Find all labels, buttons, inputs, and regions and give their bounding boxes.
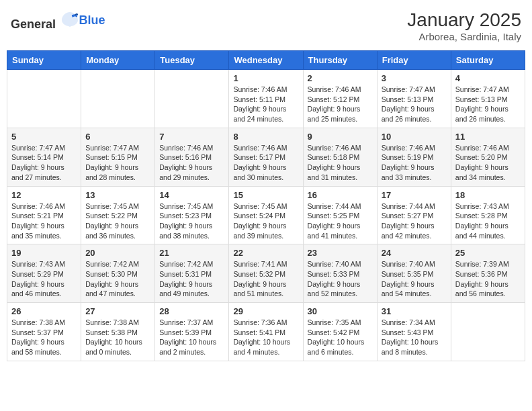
logo: General Blue [11,9,105,32]
day-number: 18 [455,190,521,200]
calendar-cell: 18Sunrise: 7:43 AM Sunset: 5:28 PM Dayli… [451,186,525,244]
day-info: Sunrise: 7:40 AM Sunset: 5:35 PM Dayligh… [382,259,447,299]
day-number: 4 [455,73,521,83]
calendar-cell: 19Sunrise: 7:43 AM Sunset: 5:29 PM Dayli… [7,244,81,303]
day-info: Sunrise: 7:47 AM Sunset: 5:15 PM Dayligh… [85,143,150,183]
day-info: Sunrise: 7:47 AM Sunset: 5:13 PM Dayligh… [455,85,521,124]
day-number: 9 [308,132,373,142]
location-title: Arborea, Sardinia, Italy [407,31,521,42]
day-info: Sunrise: 7:34 AM Sunset: 5:43 PM Dayligh… [382,318,447,357]
logo-text-blue: Blue [79,13,105,27]
calendar-cell: 27Sunrise: 7:38 AM Sunset: 5:38 PM Dayli… [81,303,155,361]
day-number: 20 [85,248,150,258]
day-info: Sunrise: 7:46 AM Sunset: 5:16 PM Dayligh… [159,143,224,183]
day-info: Sunrise: 7:36 AM Sunset: 5:41 PM Dayligh… [233,318,298,357]
weekday-header-friday: Friday [377,51,451,70]
day-number: 16 [308,190,373,200]
calendar-cell: 17Sunrise: 7:44 AM Sunset: 5:27 PM Dayli… [377,186,451,244]
day-number: 6 [85,132,150,142]
day-info: Sunrise: 7:40 AM Sunset: 5:33 PM Dayligh… [308,259,373,299]
day-number: 2 [308,73,373,83]
calendar-cell: 23Sunrise: 7:40 AM Sunset: 5:33 PM Dayli… [303,244,377,303]
calendar-cell: 3Sunrise: 7:47 AM Sunset: 5:13 PM Daylig… [377,70,451,128]
weekday-header-tuesday: Tuesday [155,51,229,70]
day-number: 8 [233,132,298,142]
day-number: 17 [382,190,447,200]
day-info: Sunrise: 7:46 AM Sunset: 5:18 PM Dayligh… [308,143,373,183]
month-title: January 2025 [407,9,521,31]
day-info: Sunrise: 7:42 AM Sunset: 5:30 PM Dayligh… [85,259,150,299]
weekday-header-sunday: Sunday [7,51,81,70]
day-info: Sunrise: 7:38 AM Sunset: 5:38 PM Dayligh… [85,318,150,357]
calendar-cell: 1Sunrise: 7:46 AM Sunset: 5:11 PM Daylig… [229,70,303,128]
calendar-cell: 26Sunrise: 7:38 AM Sunset: 5:37 PM Dayli… [7,303,81,361]
calendar-cell: 31Sunrise: 7:34 AM Sunset: 5:43 PM Dayli… [377,303,451,361]
day-number: 30 [308,306,373,316]
day-info: Sunrise: 7:46 AM Sunset: 5:21 PM Dayligh… [11,201,77,241]
calendar-cell: 30Sunrise: 7:35 AM Sunset: 5:42 PM Dayli… [303,303,377,361]
logo-bird-icon [60,9,79,28]
day-info: Sunrise: 7:45 AM Sunset: 5:22 PM Dayligh… [85,201,150,241]
calendar-cell: 8Sunrise: 7:46 AM Sunset: 5:17 PM Daylig… [229,128,303,186]
calendar-cell: 22Sunrise: 7:41 AM Sunset: 5:32 PM Dayli… [229,244,303,303]
calendar-cell [155,70,229,128]
day-info: Sunrise: 7:37 AM Sunset: 5:39 PM Dayligh… [159,318,224,357]
weekday-header-thursday: Thursday [303,51,377,70]
day-number: 5 [11,132,77,142]
day-info: Sunrise: 7:45 AM Sunset: 5:23 PM Dayligh… [159,201,224,241]
calendar-cell: 14Sunrise: 7:45 AM Sunset: 5:23 PM Dayli… [155,186,229,244]
day-info: Sunrise: 7:42 AM Sunset: 5:31 PM Dayligh… [159,259,224,299]
day-info: Sunrise: 7:43 AM Sunset: 5:28 PM Dayligh… [455,201,521,241]
day-info: Sunrise: 7:47 AM Sunset: 5:14 PM Dayligh… [11,143,77,183]
calendar-cell: 10Sunrise: 7:46 AM Sunset: 5:19 PM Dayli… [377,128,451,186]
calendar-cell [451,303,525,361]
day-number: 19 [11,248,77,258]
day-info: Sunrise: 7:45 AM Sunset: 5:24 PM Dayligh… [233,201,298,241]
day-info: Sunrise: 7:46 AM Sunset: 5:17 PM Dayligh… [233,143,298,183]
logo-text-general: General [11,17,56,31]
day-number: 26 [11,306,77,316]
day-number: 11 [455,132,521,142]
day-info: Sunrise: 7:47 AM Sunset: 5:13 PM Dayligh… [382,85,447,124]
weekday-header-wednesday: Wednesday [229,51,303,70]
day-info: Sunrise: 7:46 AM Sunset: 5:11 PM Dayligh… [233,85,298,124]
day-number: 29 [233,306,298,316]
day-number: 31 [382,306,447,316]
day-number: 12 [11,190,77,200]
calendar-cell: 24Sunrise: 7:40 AM Sunset: 5:35 PM Dayli… [377,244,451,303]
day-number: 15 [233,190,298,200]
day-number: 27 [85,306,150,316]
calendar-week-row: 19Sunrise: 7:43 AM Sunset: 5:29 PM Dayli… [7,244,525,303]
calendar-cell [7,70,81,128]
day-info: Sunrise: 7:46 AM Sunset: 5:12 PM Dayligh… [308,85,373,124]
day-info: Sunrise: 7:38 AM Sunset: 5:37 PM Dayligh… [11,318,77,357]
calendar-table: SundayMondayTuesdayWednesdayThursdayFrid… [7,50,525,361]
day-number: 13 [85,190,150,200]
day-number: 25 [455,248,521,258]
calendar-cell [81,70,155,128]
calendar-cell: 29Sunrise: 7:36 AM Sunset: 5:41 PM Dayli… [229,303,303,361]
calendar-cell: 15Sunrise: 7:45 AM Sunset: 5:24 PM Dayli… [229,186,303,244]
day-number: 7 [159,132,224,142]
page-header: General Blue January 2025 Arborea, Sardi… [7,7,525,45]
day-number: 1 [233,73,298,83]
calendar-week-row: 5Sunrise: 7:47 AM Sunset: 5:14 PM Daylig… [7,128,525,186]
calendar-cell: 7Sunrise: 7:46 AM Sunset: 5:16 PM Daylig… [155,128,229,186]
calendar-cell: 5Sunrise: 7:47 AM Sunset: 5:14 PM Daylig… [7,128,81,186]
calendar-cell: 12Sunrise: 7:46 AM Sunset: 5:21 PM Dayli… [7,186,81,244]
day-info: Sunrise: 7:39 AM Sunset: 5:36 PM Dayligh… [455,259,521,299]
calendar-cell: 2Sunrise: 7:46 AM Sunset: 5:12 PM Daylig… [303,70,377,128]
title-block: January 2025 Arborea, Sardinia, Italy [407,9,521,42]
calendar-cell: 4Sunrise: 7:47 AM Sunset: 5:13 PM Daylig… [451,70,525,128]
calendar-cell: 20Sunrise: 7:42 AM Sunset: 5:30 PM Dayli… [81,244,155,303]
calendar-week-row: 26Sunrise: 7:38 AM Sunset: 5:37 PM Dayli… [7,303,525,361]
calendar-week-row: 1Sunrise: 7:46 AM Sunset: 5:11 PM Daylig… [7,70,525,128]
day-info: Sunrise: 7:46 AM Sunset: 5:19 PM Dayligh… [382,143,447,183]
calendar-cell: 13Sunrise: 7:45 AM Sunset: 5:22 PM Dayli… [81,186,155,244]
day-number: 10 [382,132,447,142]
day-info: Sunrise: 7:44 AM Sunset: 5:25 PM Dayligh… [308,201,373,241]
day-number: 24 [382,248,447,258]
weekday-header-monday: Monday [81,51,155,70]
day-number: 3 [382,73,447,83]
day-info: Sunrise: 7:43 AM Sunset: 5:29 PM Dayligh… [11,259,77,299]
